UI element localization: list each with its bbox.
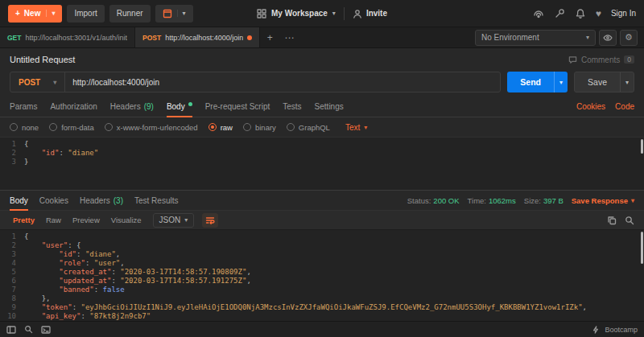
caret-down-icon: ▾ [184, 216, 188, 224]
radio-icon [287, 123, 295, 131]
save-options-caret-icon[interactable]: ▾ [620, 72, 634, 92]
response-tab-body[interactable]: Body [10, 191, 28, 210]
comments-button[interactable]: Comments 0 [568, 55, 634, 64]
caret-down-icon[interactable]: ▾ [46, 10, 55, 17]
heart-icon[interactable]: ♥ [596, 8, 601, 19]
response-tab-test-results[interactable]: Test Results [134, 191, 178, 210]
request-editor-scrollbar[interactable] [641, 139, 643, 154]
lightning-icon [592, 326, 600, 334]
body-mode-none[interactable]: none [10, 123, 39, 132]
new-button[interactable]: + New ▾ [8, 5, 62, 23]
open-new-button[interactable]: ▾ [155, 5, 193, 23]
url-input[interactable] [65, 78, 500, 87]
view-tab-pretty[interactable]: Pretty [10, 214, 38, 226]
copy-response-button[interactable] [607, 216, 617, 225]
response-editor-scrollbar[interactable] [641, 232, 643, 264]
request-tab[interactable]: POSThttp://localhost:4000/join [135, 27, 260, 47]
response-tab-headers[interactable]: Headers(3) [80, 191, 123, 210]
request-tab-label: Pre-request Script [205, 102, 270, 111]
response-toolbar: PrettyRawPreviewVisualize JSON ▾ [0, 211, 644, 230]
body-mode-form-data[interactable]: form-data [49, 123, 94, 132]
save-response-button[interactable]: Save Response ▾ [572, 196, 634, 205]
send-button[interactable]: Send ▾ [507, 72, 568, 92]
response-tab-label: Test Results [134, 196, 178, 205]
top-bar: + New ▾ Import Runner ▾ [0, 0, 644, 27]
body-mode-label: raw [221, 123, 233, 132]
sync-satellite-icon[interactable] [533, 8, 544, 19]
caret-down-icon: ▾ [332, 10, 336, 17]
time-label: Time: [468, 196, 486, 205]
console-button[interactable] [41, 325, 51, 335]
toggle-sidebar-button[interactable] [6, 325, 16, 335]
search-response-button[interactable] [625, 216, 634, 225]
code-link[interactable]: Code [615, 102, 634, 111]
body-mode-raw[interactable]: raw [208, 123, 233, 132]
view-tab-raw[interactable]: Raw [43, 214, 64, 226]
line-number: 6 [0, 277, 16, 286]
code-line: "updated_at": "2020-03-17T14:58:57.19127… [24, 277, 641, 286]
body-mode-label: binary [255, 123, 276, 132]
send-options-caret-icon[interactable]: ▾ [554, 72, 568, 92]
body-mode-binary[interactable]: binary [243, 123, 276, 132]
body-mode-label: x-www-form-urlencoded [117, 123, 198, 132]
save-button[interactable]: Save ▾ [574, 72, 634, 92]
request-tab-body[interactable]: Body [167, 97, 192, 117]
new-tab-button[interactable]: + [260, 27, 279, 47]
caret-down-icon[interactable]: ▾ [177, 10, 186, 17]
view-tab-visualize[interactable]: Visualize [108, 214, 145, 226]
code-line: { [24, 140, 641, 149]
wrap-text-button[interactable] [202, 213, 218, 228]
raw-format-select[interactable]: Text ▾ [345, 123, 367, 132]
request-tab-settings[interactable]: Settings [315, 97, 344, 117]
window-icon [163, 9, 172, 18]
environment-settings-button[interactable]: ⚙ [620, 30, 638, 46]
request-tab-pre-request-script[interactable]: Pre-request Script [205, 97, 270, 117]
request-editor-code[interactable]: { "id": "diane"} [21, 138, 644, 190]
line-number: 2 [0, 241, 16, 250]
body-mode-row: noneform-datax-www-form-urlencodedrawbin… [0, 117, 644, 137]
body-mode-x-www-form-urlencoded[interactable]: x-www-form-urlencoded [105, 123, 198, 132]
runner-button[interactable]: Runner [109, 5, 151, 23]
view-tab-preview[interactable]: Preview [69, 214, 103, 226]
response-format-select[interactable]: JSON ▾ [153, 213, 195, 228]
sidebar-toggle-icon [6, 325, 16, 335]
tab-options-icon[interactable]: ⋯ [279, 27, 299, 47]
request-tab-headers[interactable]: Headers(9) [110, 97, 154, 117]
bootcamp-button[interactable]: Bootcamp [592, 326, 638, 334]
workspace-switcher[interactable]: My Workspace ▾ [257, 9, 336, 18]
request-tab-label: Headers [110, 102, 141, 111]
interceptor-wrench-icon[interactable] [554, 8, 565, 19]
request-tab-params[interactable]: Params [10, 97, 37, 117]
caret-down-icon: ▾ [53, 79, 56, 86]
import-button[interactable]: Import [67, 5, 104, 23]
request-tab-count: (9) [144, 102, 154, 111]
method-select[interactable]: POST ▾ [10, 72, 65, 92]
unsaved-changes-dot [247, 35, 252, 40]
response-editor-code[interactable]: { "user": { "id": "diane", "role": "user… [21, 230, 644, 321]
radio-icon [105, 123, 113, 131]
line-number: 8 [0, 294, 16, 303]
response-body-editor[interactable]: 1234567891011 { "user": { "id": "diane",… [0, 230, 644, 321]
response-tab-cookies[interactable]: Cookies [39, 191, 68, 210]
topbar-center: My Workspace ▾ Invite [257, 7, 387, 20]
sign-in-button[interactable]: Sign In [611, 9, 636, 18]
invite-button[interactable]: Invite [353, 9, 387, 18]
environment-quicklook-button[interactable] [599, 30, 617, 46]
line-number: 5 [0, 268, 16, 277]
invite-person-icon [353, 9, 362, 18]
notifications-bell-icon[interactable] [575, 8, 586, 19]
response-tab-label: Cookies [39, 196, 68, 205]
request-url-row: POST ▾ Send ▾ Save ▾ [0, 68, 644, 97]
cookies-link[interactable]: Cookies [576, 102, 605, 111]
body-mode-GraphQL[interactable]: GraphQL [287, 123, 330, 132]
find-button[interactable] [24, 325, 33, 334]
request-tab-authorization[interactable]: Authorization [50, 97, 97, 117]
environment-select[interactable]: No Environment ▾ [475, 30, 596, 46]
url-bar: POST ▾ [10, 72, 501, 92]
request-body-editor[interactable]: 123 { "id": "diane"} [0, 137, 644, 190]
request-tab[interactable]: GEThttp://localhost:3001/v1/auth/init [0, 27, 135, 47]
comment-bubble-icon [568, 55, 577, 64]
request-tab-tests[interactable]: Tests [283, 97, 301, 117]
new-button-label: New [24, 9, 41, 18]
request-tab-label: Params [10, 102, 37, 111]
